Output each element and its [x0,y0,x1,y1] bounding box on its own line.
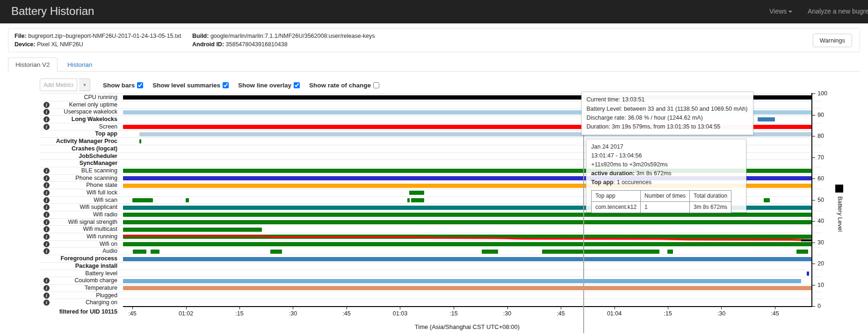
info-icon[interactable]: i [43,190,50,196]
row-label: CPU running [40,94,117,101]
x-tick-label: 01:02 [179,310,193,317]
checkbox-show-rate-of-change[interactable]: Show rate of change [309,81,379,89]
timeline-bar-segment[interactable] [796,250,808,254]
row-label: Wifi full lock [40,189,117,197]
info-icon[interactable]: i [43,175,50,181]
info-icon[interactable]: i [43,124,50,130]
timeline-bar-segment[interactable] [132,198,153,202]
row-label: Wifi multicast [40,226,117,233]
timeline-bar-segment[interactable] [123,257,811,261]
row-label: BLE scanning [40,167,117,175]
timeline-bar-segment[interactable] [667,250,673,254]
info-icon[interactable]: i [43,204,50,210]
row-label: Wifi scan [40,197,117,204]
metric-row-wifi-multicast: iWifi multicast [40,225,822,233]
info-icon[interactable]: i [43,278,50,284]
row-label: Long Wakelocks [40,116,117,123]
info-icon[interactable]: i [43,109,50,115]
add-metrics-dropdown-button[interactable]: ▼ [79,79,90,91]
checkbox-input[interactable] [223,82,229,88]
row-label: Wifi signal strength [40,219,117,226]
y-tick-mark [812,243,815,243]
file-value: bugreport.zip~bugreport-NMF26U-2017-01-2… [28,33,181,39]
x-tick-label: :30 [503,310,511,317]
info-icon[interactable]: i [43,219,50,225]
timeline-bar-segment[interactable] [542,250,659,254]
timeline-bar-segment[interactable] [133,250,146,254]
row-label: Wifi supplicant [40,204,117,211]
tooltip-active-duration: active duration: 3m 8s 672ms [591,169,741,178]
timeline-bar-segment[interactable] [482,250,498,254]
timeline-bar-segment[interactable] [409,191,424,195]
timeline-bar-segment[interactable] [151,250,159,254]
timeline-bar-segment[interactable] [123,228,262,232]
checkbox-input[interactable] [294,82,300,88]
top-app-table-cell: com.tencent.k12 [592,202,641,213]
info-icon[interactable]: i [43,248,50,254]
info-icon[interactable]: i [43,182,50,188]
y-tick-mark [812,200,815,200]
checkbox-show-level-summaries[interactable]: Show level summaries [152,81,229,89]
android-id-value: 3585478043916810438 [226,41,288,48]
info-icon[interactable]: i [43,102,50,108]
checkbox-show-line-overlay[interactable]: Show line overlay [238,81,300,89]
analyze-new-bugreport-link[interactable]: Analyze a new bugreport [808,7,868,15]
x-tick-mark [293,307,293,309]
x-tick-mark [615,307,615,309]
x-tick-mark [507,307,508,309]
row-label: Battery level [40,270,117,278]
timeline-bar-segment[interactable] [123,286,811,290]
row-label: Plugged [40,292,117,300]
android-id-label: Android ID: [192,41,224,48]
info-icon[interactable]: i [43,212,50,218]
info-icon[interactable]: i [43,241,50,247]
info-icon[interactable]: i [43,116,50,122]
checkbox-show-bars[interactable]: Show bars [103,81,143,89]
x-tick-mark [721,307,722,309]
metric-row-plugged: iPlugged [40,292,822,299]
timeline-bar-segment[interactable] [123,235,811,239]
views-menu[interactable]: Views [769,7,792,15]
timeline-bar-segment[interactable] [407,198,410,202]
tab-historian-v2[interactable]: Historian V2 [8,57,58,72]
timeline-bar-segment[interactable] [807,272,809,276]
top-app-table-cell: 1 [641,202,690,213]
timeline-bar-segment[interactable] [411,198,424,202]
x-tick-label: :15 [449,310,457,317]
tooltip-time-range: 13:01:47 - 13:04:56 [591,151,741,160]
row-label: Temperature [40,285,117,292]
checkbox-input[interactable] [137,82,143,88]
timeline-bar-segment[interactable] [123,213,811,217]
info-icon[interactable]: i [43,234,50,240]
row-label: Audio [40,248,117,255]
timeline-bar-segment[interactable] [186,198,189,202]
add-metrics-input[interactable] [40,79,77,91]
timeline-bar-segment[interactable] [123,242,811,246]
top-navbar: Battery Historian Views Analyze a new bu… [0,0,868,23]
info-icon[interactable]: i [43,226,50,232]
timeline-bar-segment[interactable] [270,250,282,254]
checkbox-label: Show rate of change [309,82,371,89]
timeline-bar-segment[interactable] [123,220,811,224]
y-tick-mark [812,285,815,286]
warnings-button[interactable]: Warnings [813,34,852,47]
row-label: Kernel only uptime [40,101,117,109]
timeline-bar-segment[interactable] [139,139,141,143]
build-value: google/marlin/marlin:7.1.1/NMF26U/356200… [210,33,375,39]
info-icon[interactable]: i [43,300,50,306]
info-icon[interactable]: i [43,197,50,203]
timeline-bar-segment[interactable] [123,279,801,283]
metric-row-wifi-signal-strength: iWifi signal strength [40,218,822,226]
tooltip-top-app-count: Top app: 1 occurences [591,178,741,187]
y-tick-label: 70 [817,154,824,161]
checkbox-input[interactable] [373,82,379,88]
tooltip-offset-range: +11s920ms to +3m20s592ms [591,160,741,169]
info-icon[interactable]: i [43,168,50,174]
info-icon[interactable]: i [43,293,50,299]
tab-historian[interactable]: Historian [60,58,99,71]
timeline-bar-segment[interactable] [758,117,775,122]
bugreport-info-panel: File: bugreport.zip~bugreport-NMF26U-201… [8,28,860,52]
timeline-bar-segment[interactable] [764,198,770,202]
info-icon[interactable]: i [43,285,50,291]
row-label: Charging on [40,299,117,307]
